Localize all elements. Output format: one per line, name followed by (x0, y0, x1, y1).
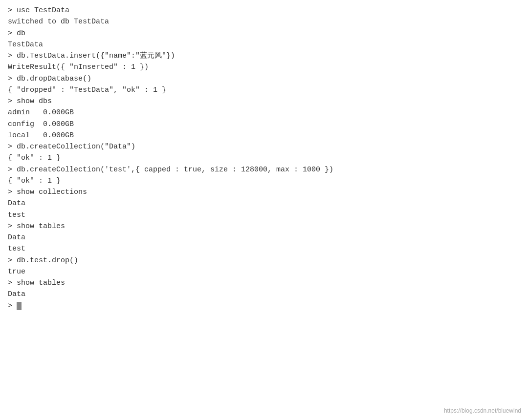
terminal-output: > use TestDataswitched to db TestData> d… (8, 5, 520, 312)
terminal-line: > use TestData (8, 5, 520, 16)
terminal-line: TestData (8, 39, 520, 50)
terminal-line: > db.test.drop() (8, 255, 520, 266)
terminal-line: WriteResult({ "nInserted" : 1 }) (8, 62, 520, 73)
terminal-window: > use TestDataswitched to db TestData> d… (0, 0, 528, 420)
terminal-line: { "dropped" : "TestData", "ok" : 1 } (8, 84, 520, 96)
watermark: https://blog.csdn.net/bluewind (444, 407, 521, 414)
terminal-line: > db (8, 28, 520, 39)
terminal-line: { "ok" : 1 } (8, 152, 520, 164)
terminal-line: local 0.000GB (8, 130, 520, 141)
terminal-line: Data (8, 232, 520, 243)
terminal-line: > show tables (8, 221, 520, 232)
terminal-line: true (8, 266, 520, 277)
terminal-line: > (8, 300, 520, 312)
terminal-line: > show tables (8, 277, 520, 289)
terminal-line: { "ok" : 1 } (8, 175, 520, 187)
terminal-line: Data (8, 289, 520, 300)
terminal-line: admin 0.000GB (8, 107, 520, 118)
terminal-line: switched to db TestData (8, 16, 520, 27)
terminal-line: > db.dropDatabase() (8, 73, 520, 84)
terminal-line: > db.TestData.insert({"name":"蓝元风"}) (8, 50, 520, 62)
cursor (17, 302, 22, 310)
terminal-line: config 0.000GB (8, 119, 520, 130)
terminal-line: > db.createCollection('test',{ capped : … (8, 164, 520, 175)
terminal-line: test (8, 210, 520, 221)
terminal-line: > db.createCollection("Data") (8, 141, 520, 152)
terminal-line: > show dbs (8, 96, 520, 107)
terminal-line: > show collections (8, 187, 520, 198)
terminal-line: test (8, 243, 520, 254)
terminal-line: Data (8, 198, 520, 209)
